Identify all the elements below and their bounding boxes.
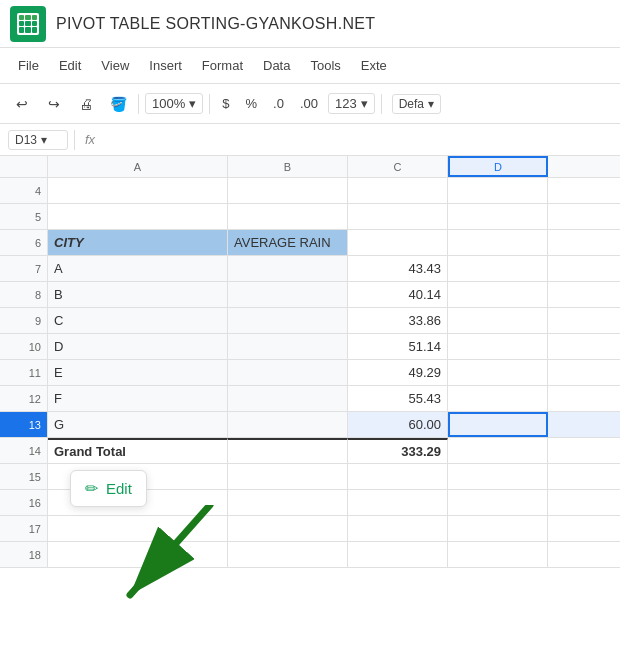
percent-button[interactable]: %: [239, 94, 263, 113]
cell-10a[interactable]: D: [48, 334, 228, 359]
cell-15d[interactable]: [448, 464, 548, 489]
cell-18b[interactable]: [228, 542, 348, 567]
cell-16b[interactable]: [228, 490, 348, 515]
formula-bar: D13 ▾ fx: [0, 124, 620, 156]
cell-4a[interactable]: [48, 178, 228, 203]
cell-4d[interactable]: [448, 178, 548, 203]
cell-10d[interactable]: [448, 334, 548, 359]
cell-15b[interactable]: [228, 464, 348, 489]
cell-7d[interactable]: [448, 256, 548, 281]
cell-6c[interactable]: [348, 230, 448, 255]
cell-6b-avgrain[interactable]: AVERAGE RAIN: [228, 230, 348, 255]
edit-label: Edit: [106, 480, 132, 497]
cell-5a[interactable]: [48, 204, 228, 229]
decimal0-button[interactable]: .0: [267, 94, 290, 113]
menu-data[interactable]: Data: [255, 54, 298, 77]
menu-bar: File Edit View Insert Format Data Tools …: [0, 48, 620, 84]
cell-10c[interactable]: 51.14: [348, 334, 448, 359]
cell-7c[interactable]: 43.43: [348, 256, 448, 281]
table-row: 11 E 49.29: [0, 360, 620, 386]
redo-button[interactable]: ↪: [40, 90, 68, 118]
cell-12b[interactable]: [228, 386, 348, 411]
cell-13b[interactable]: [228, 412, 348, 437]
row-number: 15: [0, 464, 48, 489]
cell-17b[interactable]: [228, 516, 348, 541]
row-number: 17: [0, 516, 48, 541]
cell-13c[interactable]: 60.00: [348, 412, 448, 437]
undo-button[interactable]: ↩: [8, 90, 36, 118]
cell-17d[interactable]: [448, 516, 548, 541]
cell-12d[interactable]: [448, 386, 548, 411]
cell-5c[interactable]: [348, 204, 448, 229]
menu-insert[interactable]: Insert: [141, 54, 190, 77]
row-number: 6: [0, 230, 48, 255]
cell-8c[interactable]: 40.14: [348, 282, 448, 307]
cell-16c[interactable]: [348, 490, 448, 515]
cell-8a[interactable]: B: [48, 282, 228, 307]
col-header-c[interactable]: C: [348, 156, 448, 177]
menu-format[interactable]: Format: [194, 54, 251, 77]
table-row: 12 F 55.43: [0, 386, 620, 412]
cell-4c[interactable]: [348, 178, 448, 203]
cell-16d[interactable]: [448, 490, 548, 515]
font-format-dropdown[interactable]: Defa ▾: [392, 94, 441, 114]
menu-tools[interactable]: Tools: [302, 54, 348, 77]
zoom-select[interactable]: 100% ▾: [145, 93, 203, 114]
cell-ref-chevron-icon: ▾: [41, 133, 47, 147]
row-number: 12: [0, 386, 48, 411]
font-format-value: Defa: [399, 97, 424, 111]
cell-9a[interactable]: C: [48, 308, 228, 333]
cell-7b[interactable]: [228, 256, 348, 281]
cell-11c[interactable]: 49.29: [348, 360, 448, 385]
cell-11d[interactable]: [448, 360, 548, 385]
cell-14b[interactable]: [228, 438, 348, 463]
menu-view[interactable]: View: [93, 54, 137, 77]
cell-4b[interactable]: [228, 178, 348, 203]
cell-7a[interactable]: A: [48, 256, 228, 281]
cell-11b[interactable]: [228, 360, 348, 385]
cell-9b[interactable]: [228, 308, 348, 333]
decimal2-button[interactable]: .00: [294, 94, 324, 113]
cell-10b[interactable]: [228, 334, 348, 359]
cell-12c[interactable]: 55.43: [348, 386, 448, 411]
cell-12a[interactable]: F: [48, 386, 228, 411]
sheet-area: A B C D 4 5: [0, 156, 620, 666]
cell-13d-selected[interactable]: [448, 412, 548, 437]
cell-9c[interactable]: 33.86: [348, 308, 448, 333]
formula-input[interactable]: [105, 132, 612, 147]
currency-button[interactable]: $: [216, 94, 235, 113]
cell-8b[interactable]: [228, 282, 348, 307]
menu-extensions[interactable]: Exte: [353, 54, 395, 77]
toolbar: ↩ ↪ 🖨 🪣 100% ▾ $ % .0 .00 123 ▾ Defa ▾: [0, 84, 620, 124]
cell-6a-city[interactable]: CITY: [48, 230, 228, 255]
cell-9d[interactable]: [448, 308, 548, 333]
table-row: 18: [0, 542, 620, 568]
cell-8d[interactable]: [448, 282, 548, 307]
col-header-b[interactable]: B: [228, 156, 348, 177]
cell-18c[interactable]: [348, 542, 448, 567]
menu-edit[interactable]: Edit: [51, 54, 89, 77]
cell-13a[interactable]: G: [48, 412, 228, 437]
col-header-d[interactable]: D: [448, 156, 548, 177]
paint-format-button[interactable]: 🪣: [104, 90, 132, 118]
edit-pencil-icon: ✏: [85, 479, 98, 498]
cell-17c[interactable]: [348, 516, 448, 541]
table-row: 10 D 51.14: [0, 334, 620, 360]
cell-6d[interactable]: [448, 230, 548, 255]
cell-5b[interactable]: [228, 204, 348, 229]
cell-reference-box[interactable]: D13 ▾: [8, 130, 68, 150]
table-row: 5: [0, 204, 620, 230]
cell-14d[interactable]: [448, 438, 548, 463]
menu-file[interactable]: File: [10, 54, 47, 77]
cell-14c-grandtotal-value[interactable]: 333.29: [348, 438, 448, 463]
cell-18d[interactable]: [448, 542, 548, 567]
cell-11a[interactable]: E: [48, 360, 228, 385]
cell-14a-grandtotal[interactable]: Grand Total: [48, 438, 228, 463]
cell-5d[interactable]: [448, 204, 548, 229]
number-format-select[interactable]: 123 ▾: [328, 93, 375, 114]
cell-15c[interactable]: [348, 464, 448, 489]
col-header-a[interactable]: A: [48, 156, 228, 177]
edit-popup[interactable]: ✏ Edit: [70, 470, 147, 507]
title-bar: PIVOT TABLE SORTING-GYANKOSH.NET: [0, 0, 620, 48]
print-button[interactable]: 🖨: [72, 90, 100, 118]
